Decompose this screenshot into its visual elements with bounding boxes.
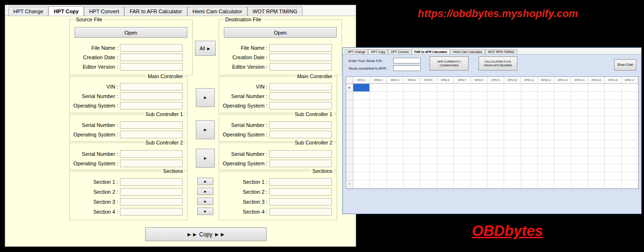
grid-cell[interactable] bbox=[538, 180, 554, 189]
column-header-rpm-13[interactable]: RPM-13 bbox=[554, 77, 571, 84]
section-2-input[interactable] bbox=[120, 188, 183, 196]
grid-cell[interactable] bbox=[437, 84, 454, 92]
grid-cell[interactable] bbox=[454, 156, 470, 164]
grid-cell[interactable] bbox=[571, 140, 588, 148]
grid-cell[interactable] bbox=[471, 172, 488, 180]
serial-number-input[interactable] bbox=[120, 92, 183, 100]
show-chart-button[interactable]: Show Chart bbox=[614, 59, 636, 71]
tab-far-to-afr-calculator[interactable]: FAR to AFR Calculator bbox=[124, 7, 187, 16]
operating-system-input[interactable] bbox=[120, 102, 183, 109]
column-header-rpm-12[interactable]: RPM-12 bbox=[538, 77, 554, 84]
grid-cell[interactable] bbox=[353, 124, 370, 132]
grid-cell[interactable] bbox=[588, 156, 605, 164]
grid-cell[interactable] bbox=[454, 172, 470, 180]
grid-cell[interactable] bbox=[353, 172, 370, 180]
source-open-button[interactable]: Open bbox=[74, 27, 187, 38]
grid-cell[interactable] bbox=[420, 156, 437, 164]
grid-cell[interactable] bbox=[554, 124, 571, 132]
stock-converted-afr-input[interactable] bbox=[393, 65, 421, 71]
grid-cell[interactable] bbox=[488, 156, 504, 164]
grid-cell[interactable] bbox=[471, 148, 488, 156]
file-name-input[interactable] bbox=[269, 44, 332, 52]
grid-cell[interactable] bbox=[387, 84, 404, 92]
grid-cell[interactable] bbox=[504, 172, 521, 180]
editor-version-input[interactable] bbox=[269, 63, 332, 71]
grid-cell[interactable] bbox=[404, 108, 420, 116]
column-header-rpm-17[interactable]: RPM-17 bbox=[622, 77, 638, 84]
grid-cell[interactable] bbox=[387, 172, 404, 180]
row-header[interactable] bbox=[346, 124, 353, 132]
grid-cell[interactable] bbox=[353, 84, 370, 92]
grid-cell[interactable] bbox=[437, 132, 454, 140]
section-3-input[interactable] bbox=[120, 198, 183, 206]
tab-hpt-change[interactable]: HPT Change bbox=[345, 49, 368, 54]
grid-cell[interactable] bbox=[488, 108, 504, 116]
grid-cell[interactable] bbox=[370, 116, 386, 124]
grid-cell[interactable] bbox=[387, 180, 404, 189]
grid-cell[interactable] bbox=[488, 84, 504, 92]
grid-cell[interactable] bbox=[588, 132, 605, 140]
grid-cell[interactable] bbox=[387, 164, 404, 172]
grid-cell[interactable] bbox=[605, 92, 621, 100]
column-header-rpm-14[interactable]: RPM-14 bbox=[571, 77, 588, 84]
grid-cell[interactable] bbox=[420, 132, 437, 140]
grid-cell[interactable] bbox=[571, 132, 588, 140]
afr-currently-commanded-button[interactable]: AFR CURRENTLY COMMANDED bbox=[430, 56, 469, 71]
section-4-input[interactable] bbox=[269, 208, 332, 216]
grid-cell[interactable] bbox=[454, 132, 470, 140]
serial-number-input[interactable] bbox=[269, 121, 332, 129]
grid-cell[interactable] bbox=[437, 140, 454, 148]
grid-cell[interactable] bbox=[538, 156, 554, 164]
grid-cell[interactable] bbox=[471, 84, 488, 92]
column-header-rpm-8[interactable]: RPM-8 bbox=[471, 77, 488, 84]
section-1-input[interactable] bbox=[120, 178, 183, 186]
column-header-rpm-2[interactable]: RPM-2 bbox=[370, 77, 386, 84]
grid-cell[interactable] bbox=[554, 132, 571, 140]
row-header[interactable] bbox=[346, 164, 353, 172]
grid-cell[interactable] bbox=[538, 140, 554, 148]
tab-far-to-afr-calculator[interactable]: FAR to AFR Calculator bbox=[412, 49, 450, 54]
tab-hemi-cam-calculator[interactable]: Hemi Cam Calculator bbox=[187, 7, 248, 16]
grid-cell[interactable] bbox=[387, 116, 404, 124]
grid-cell[interactable] bbox=[588, 140, 605, 148]
row-header[interactable] bbox=[346, 100, 353, 108]
grid-cell[interactable] bbox=[404, 100, 420, 108]
section-1-input[interactable] bbox=[269, 178, 332, 186]
column-header-rpm-5[interactable]: RPM-5 bbox=[420, 77, 437, 84]
row-header[interactable] bbox=[346, 108, 353, 116]
grid-cell[interactable] bbox=[504, 140, 521, 148]
copy-main-controller-button[interactable]: ► bbox=[196, 88, 215, 107]
grid-cell[interactable] bbox=[554, 92, 571, 100]
grid-cell[interactable] bbox=[521, 164, 538, 172]
grid-cell[interactable] bbox=[554, 84, 571, 92]
grid-cell[interactable] bbox=[404, 124, 420, 132]
grid-cell[interactable] bbox=[488, 92, 504, 100]
grid-cell[interactable] bbox=[387, 92, 404, 100]
grid-cell[interactable] bbox=[622, 180, 638, 189]
grid-cell[interactable] bbox=[588, 116, 605, 124]
grid-cell[interactable] bbox=[471, 92, 488, 100]
calculated-far-button[interactable]: CALCULATED F.A.R. FROM AFR DESIRED bbox=[478, 56, 517, 71]
grid-cell[interactable] bbox=[571, 156, 588, 164]
grid-cell[interactable] bbox=[404, 116, 420, 124]
operating-system-input[interactable] bbox=[269, 160, 332, 167]
grid-corner[interactable] bbox=[346, 77, 353, 84]
grid-cell[interactable] bbox=[588, 124, 605, 132]
grid-cell[interactable] bbox=[420, 84, 437, 92]
grid-cell[interactable] bbox=[605, 164, 621, 172]
grid-cell[interactable] bbox=[571, 116, 588, 124]
grid-cell[interactable] bbox=[437, 148, 454, 156]
grid-cell[interactable] bbox=[554, 100, 571, 108]
grid-cell[interactable] bbox=[605, 156, 621, 164]
grid-cell[interactable] bbox=[504, 124, 521, 132]
grid-cell[interactable] bbox=[605, 100, 621, 108]
column-header-rpm-4[interactable]: RPM-4 bbox=[404, 77, 420, 84]
grid-cell[interactable] bbox=[538, 164, 554, 172]
tab-hpt-convert[interactable]: HPT Convert bbox=[388, 49, 411, 54]
grid-cell[interactable] bbox=[488, 116, 504, 124]
grid-cell[interactable] bbox=[622, 92, 638, 100]
grid-cell[interactable] bbox=[504, 156, 521, 164]
row-header[interactable]: ▸ bbox=[346, 84, 353, 92]
copy-sub-controller-1-button[interactable]: ► bbox=[196, 120, 215, 139]
grid-cell[interactable] bbox=[471, 156, 488, 164]
